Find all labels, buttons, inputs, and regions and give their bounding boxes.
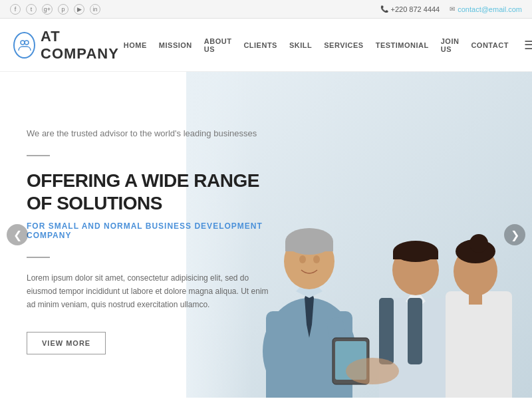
nav-home[interactable]: HOME [124, 41, 147, 49]
social-twitter[interactable]: t [26, 4, 37, 15]
phone-icon: 📞 [380, 5, 388, 13]
main-nav: HOME MISSION ABOUT US CLIENTS SKILL SERV… [124, 37, 532, 53]
svg-rect-26 [469, 291, 482, 305]
svg-point-10 [299, 255, 306, 263]
nav-clients[interactable]: CLIENTS [243, 41, 277, 49]
nav-testimonial[interactable]: TESTIMONIAL [376, 41, 429, 49]
top-bar: f t g+ p ▶ in 📞 +220 872 4444 ✉ contact@… [0, 0, 532, 19]
hero-title: OFFERING A WIDE RANGE OF SOLUTIONS [27, 170, 273, 214]
social-links: f t g+ p ▶ in [10, 4, 100, 15]
svg-rect-22 [446, 291, 512, 398]
phone-number: +220 872 4444 [391, 5, 440, 13]
nav-skill[interactable]: SKILL [289, 41, 312, 49]
nav-contact[interactable]: CONTACT [471, 41, 508, 49]
social-pinterest[interactable]: p [58, 4, 68, 15]
svg-point-11 [313, 255, 320, 263]
hero-divider2 [27, 257, 50, 258]
social-linkedin[interactable]: in [90, 4, 100, 15]
svg-point-1 [25, 41, 29, 45]
email-icon: ✉ [450, 5, 455, 13]
hero-subtitle: We are the trusted advisor to the world'… [27, 128, 273, 138]
svg-point-27 [346, 358, 399, 384]
logo-text: AT COMPANY [41, 28, 124, 63]
hero-body: Lorem ipsum dolor sit amet, consectetur … [27, 271, 273, 312]
hero-divider [27, 155, 50, 156]
nav-services[interactable]: SERVICES [324, 41, 363, 49]
logo-icon [13, 32, 35, 59]
social-google[interactable]: g+ [42, 4, 53, 15]
nav-about[interactable]: ABOUT US [204, 37, 232, 53]
next-arrow-button[interactable]: ❯ [504, 224, 525, 245]
header: AT COMPANY HOME MISSION ABOUT US CLIENTS… [0, 19, 532, 72]
svg-rect-21 [408, 298, 422, 364]
prev-arrow-button[interactable]: ❮ [7, 224, 28, 245]
svg-rect-19 [393, 251, 438, 259]
phone-info: 📞 +220 872 4444 [380, 5, 440, 13]
contact-bar: 📞 +220 872 4444 ✉ contact@email.com [380, 5, 522, 13]
email-link[interactable]: contact@email.com [458, 5, 522, 13]
prev-arrow-icon: ❮ [13, 229, 22, 241]
social-youtube[interactable]: ▶ [74, 4, 84, 15]
logo[interactable]: AT COMPANY [13, 28, 124, 63]
nav-mission[interactable]: MISSION [159, 41, 192, 49]
svg-rect-20 [379, 298, 394, 364]
email-info: ✉ contact@email.com [450, 5, 522, 13]
hamburger-icon[interactable]: ☰ [524, 38, 532, 53]
hero-content: We are the trusted advisor to the world'… [0, 72, 293, 398]
svg-point-0 [21, 41, 25, 45]
svg-point-25 [469, 234, 488, 253]
view-more-button[interactable]: VIEW MORE [27, 332, 106, 354]
nav-join[interactable]: JOIN US [441, 37, 460, 53]
social-facebook[interactable]: f [10, 4, 21, 15]
next-arrow-icon: ❯ [511, 229, 519, 241]
hero-section: We are the trusted advisor to the world'… [0, 72, 532, 398]
hero-tagline: FOR SMALL AND NORMAL BUSINESS DEVELOPMEN… [27, 221, 273, 240]
